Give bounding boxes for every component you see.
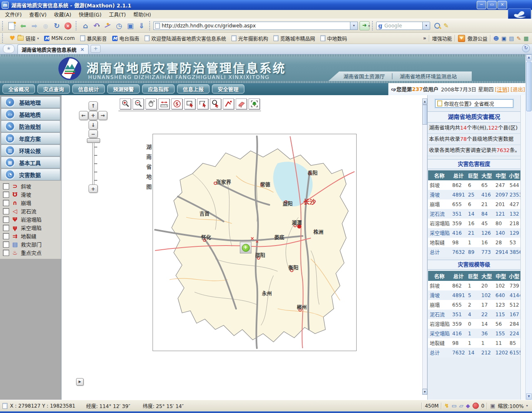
map-scroll-right-button[interactable]: ▶	[76, 378, 84, 386]
maximize-button[interactable]: ▭	[487, 1, 497, 9]
page-scroll-down-button[interactable]: ▼	[526, 393, 532, 400]
search-icon[interactable]	[434, 23, 440, 29]
sidebar-item-基础地质[interactable]: ▭基础地质	[1, 108, 60, 120]
zoom-slider-minus-button[interactable]: −	[89, 130, 98, 138]
favorites-heart-icon[interactable]: ♥	[10, 34, 15, 42]
tab-active[interactable]: 湖南省地质灾害信息系统 ×	[17, 44, 89, 54]
tab-list-icon[interactable]: ↻	[522, 44, 530, 52]
sidebar-item-基础地理[interactable]: »基础地理	[1, 96, 60, 108]
org-link-geo-monitor[interactable]: 湖南省地质环境监测总站	[400, 72, 457, 80]
stop-button[interactable]: ×	[62, 20, 74, 32]
layer-checkbox-救灾部门[interactable]	[3, 241, 9, 248]
new-tab-button[interactable]: +	[91, 45, 101, 53]
links-bar-item[interactable]: 光年摄影机构	[232, 35, 268, 42]
window-mode-icon[interactable]: ▭	[451, 403, 456, 409]
notes-diamond-icon[interactable]: ◆	[466, 403, 470, 409]
layer-checkbox-重点灾点[interactable]	[3, 250, 9, 256]
nav-tab-信息统计[interactable]: 信息统计	[72, 84, 105, 93]
notes-icon[interactable]: ▤	[509, 35, 514, 42]
layer-checkbox-滑坡[interactable]	[3, 192, 9, 198]
map-scrollbar-track[interactable]	[422, 104, 427, 389]
page-scroll-up-button[interactable]: ▲	[526, 54, 532, 61]
circle-select-button[interactable]	[210, 98, 221, 109]
nav-tab-全省概况[interactable]: 全省概况	[2, 84, 35, 93]
nav-tab-信息上报[interactable]: 信息上报	[177, 84, 209, 93]
zoom-out-button[interactable]	[133, 98, 144, 109]
measure-distance-button[interactable]	[158, 98, 170, 109]
go-dropdown-icon[interactable]: ▾	[368, 24, 370, 28]
address-dropdown-button[interactable]: ▾	[350, 22, 357, 30]
zoom-level[interactable]: 缩放:100%	[498, 402, 524, 409]
boost-icon[interactable]: ↯	[444, 403, 449, 409]
home-button[interactable]: ⌂	[80, 20, 91, 32]
popup-blocker-icon[interactable]	[473, 403, 479, 409]
menu-item[interactable]: 帮助(H)	[131, 10, 156, 19]
menu-item[interactable]: 收藏(A)	[52, 10, 76, 19]
zoom-slider-plus-button[interactable]: +	[89, 184, 98, 193]
org-link-land-resources[interactable]: 湖南省国土资源厅	[343, 72, 385, 80]
menu-item[interactable]: 工具(T)	[106, 10, 131, 19]
layer-checkbox-泥石流[interactable]	[3, 208, 9, 214]
sidebar-item-环境公报[interactable]: ▥环境公报	[1, 145, 60, 156]
enhance-features-link[interactable]: 增强功能	[432, 35, 452, 42]
links-bar-item[interactable]: 觅路城市精品网	[273, 35, 315, 42]
map-scroll-up-button[interactable]: ▲	[422, 98, 427, 104]
magic-fill-button[interactable]: ∕◆	[102, 20, 113, 32]
links-bar-item[interactable]: MMSN.com	[44, 35, 74, 41]
pan-left-button[interactable]: ←	[79, 111, 88, 120]
window-button[interactable]: ▣	[125, 20, 136, 32]
pan-button[interactable]	[145, 98, 157, 109]
pan-down-button[interactable]: ↓	[89, 120, 98, 130]
map-scroll-down-button[interactable]: ▼	[422, 389, 427, 395]
favorites-star-button[interactable]: ★	[3, 44, 15, 53]
links-bar-item[interactable]: 中地数码	[320, 35, 347, 42]
measure-area-button[interactable]: S	[171, 98, 182, 109]
polyline-draw-button[interactable]	[223, 98, 234, 109]
menu-item[interactable]: 快捷组(G)	[76, 10, 106, 19]
window-list-icon[interactable]: ▣	[501, 35, 506, 42]
search-input[interactable]: Google	[384, 23, 422, 29]
layer-checkbox-岩溶塌陷[interactable]	[3, 216, 9, 223]
grid-icon[interactable]: ▦	[524, 35, 529, 42]
nav-tab-预测预警[interactable]: 预测预警	[107, 84, 140, 93]
minimize-button[interactable]: ─	[477, 1, 486, 9]
tab-close-icon[interactable]: ×	[80, 47, 84, 52]
layer-checkbox-崩塌[interactable]	[3, 200, 9, 206]
nav-tab-安全管理[interactable]: 安全管理	[212, 84, 244, 93]
panel-scrollbar-track[interactable]	[520, 95, 525, 400]
nav-tab-应急指挥[interactable]: 应急指挥	[142, 84, 175, 93]
undo-button[interactable]: ↶▾	[91, 20, 102, 32]
history-dropdown-button[interactable]: ◎	[40, 20, 51, 32]
eraser-button[interactable]	[236, 98, 247, 109]
map-canvas[interactable]: 张家界常德岳阳益阳长沙吉首湘潭株洲怀化娄底邵阳衡阳永州郴州	[153, 134, 357, 351]
layer-checkbox-斜坡[interactable]	[3, 183, 9, 189]
links-overflow-button[interactable]: »	[423, 35, 426, 41]
new-window-icon[interactable]: ▱	[459, 403, 463, 409]
layer-checkbox-采空塌陷[interactable]	[3, 225, 9, 231]
links-bar-item[interactable]: 暴风影音	[80, 35, 107, 42]
address-url[interactable]: http://dzzh.hndh.gov.cn/gridweb.aspx	[162, 23, 350, 29]
proxy-icon[interactable]: ☻	[493, 35, 499, 42]
pan-up-button[interactable]: ↑	[89, 101, 98, 111]
nav-tab-灾点查询[interactable]: 灾点查询	[37, 84, 70, 93]
rect-select-button[interactable]	[184, 98, 195, 109]
download-button[interactable]: ⇓	[136, 20, 147, 32]
logout-link[interactable]: [注销]	[495, 85, 510, 93]
sidebar-item-灾害数据[interactable]: ◔灾害数据	[1, 169, 60, 180]
links-bar-item[interactable]: 链接▾	[17, 35, 39, 42]
pen-tools-icon[interactable]: ✎	[517, 35, 521, 42]
sidebar-item-防治规划[interactable]: ✎防治规划	[1, 120, 60, 132]
polygon-select-button[interactable]	[197, 98, 208, 109]
back-button[interactable]: ⬅	[17, 20, 29, 32]
full-extent-button[interactable]	[249, 98, 260, 109]
resize-icon[interactable]: ▣	[490, 403, 495, 409]
links-bar-item[interactable]: M电台指南	[112, 35, 139, 42]
maxthon-charity-link[interactable]: 傲游公益	[468, 35, 488, 42]
links-bar-item[interactable]: 欢迎登陆湖南省地质灾害信息系统	[145, 35, 226, 42]
search-engine-dropdown[interactable]: ▾	[422, 22, 430, 30]
sidebar-item-基本工具[interactable]: ▦基本工具	[1, 157, 60, 168]
pan-right-button[interactable]: →	[98, 111, 107, 120]
forward-button[interactable]: ➡	[29, 20, 40, 32]
address-bar[interactable]: http://dzzh.hndh.gov.cn/gridweb.aspx ▾	[153, 22, 358, 30]
search-box[interactable]: g Google ▾	[376, 22, 430, 30]
